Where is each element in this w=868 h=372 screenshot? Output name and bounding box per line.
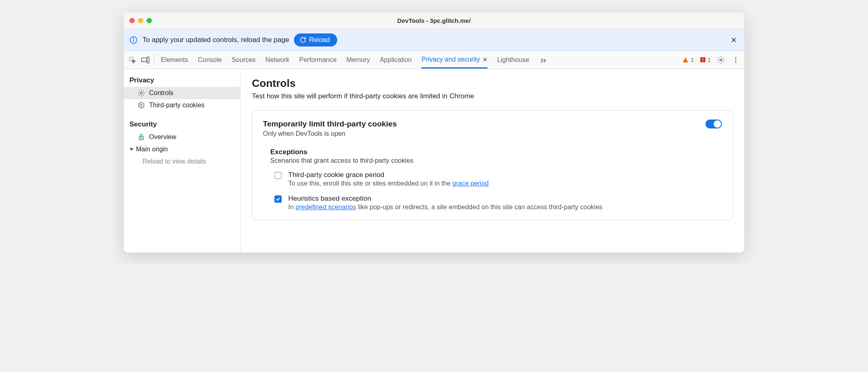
- exception-item-description: In predefined scenarios like pop-ups or …: [288, 204, 602, 211]
- maximize-window-button[interactable]: [147, 18, 152, 23]
- sidebar-item-label: Third-party cookies: [149, 102, 205, 109]
- svg-point-15: [140, 92, 142, 94]
- error-icon: [700, 57, 706, 63]
- svg-rect-7: [147, 57, 149, 63]
- reload-button[interactable]: Reload: [294, 33, 337, 46]
- limit-cookies-toggle[interactable]: [706, 120, 722, 128]
- svg-point-14: [735, 61, 737, 62]
- inspect-element-icon[interactable]: [128, 55, 137, 64]
- tab-privacy-and-security[interactable]: Privacy and security ✕: [421, 52, 487, 69]
- sidebar: Privacy Controls Third-party cookies Sec…: [124, 69, 240, 252]
- tab-memory[interactable]: Memory: [346, 52, 370, 68]
- sidebar-item-overview[interactable]: Overview: [124, 131, 240, 143]
- warning-icon: [682, 57, 689, 63]
- errors-indicator[interactable]: 1: [700, 56, 711, 63]
- info-banner-text: To apply your updated controls, reload t…: [142, 36, 289, 44]
- warnings-count: 1: [690, 56, 694, 63]
- main-content: Controls Test how this site will perform…: [240, 69, 744, 252]
- reload-icon: [300, 37, 306, 43]
- cookie-icon: [138, 102, 145, 109]
- svg-point-21: [141, 138, 142, 139]
- exception-heuristics: Heuristics based exception In predefined…: [270, 195, 722, 211]
- controls-card: Temporarily limit third-party cookies On…: [252, 110, 733, 220]
- tab-application[interactable]: Application: [380, 52, 412, 68]
- svg-point-2: [133, 38, 134, 39]
- device-toolbar-icon[interactable]: [141, 55, 150, 64]
- svg-point-16: [138, 102, 144, 108]
- more-tabs-icon[interactable]: [539, 55, 548, 64]
- text-suffix: like pop-ups or redirects, a site embedd…: [356, 204, 602, 210]
- close-tab-icon[interactable]: ✕: [482, 56, 487, 63]
- sidebar-subtext-reload: Reload to view details: [124, 155, 240, 168]
- exception-grace-period: Third-party cookie grace period To use t…: [270, 171, 722, 187]
- page-title: Controls: [252, 77, 733, 90]
- text-prefix: To use this, enroll this site or sites e…: [288, 180, 452, 187]
- card-title: Temporarily limit third-party cookies: [263, 120, 397, 128]
- tab-label: Privacy and security: [421, 56, 480, 63]
- tab-elements[interactable]: Elements: [161, 52, 188, 68]
- svg-rect-6: [142, 58, 147, 62]
- close-banner-button[interactable]: [729, 35, 739, 45]
- exception-item-description: To use this, enroll this site or sites e…: [288, 180, 489, 187]
- svg-point-18: [142, 105, 142, 106]
- window-controls: [129, 18, 152, 23]
- panel-body: Privacy Controls Third-party cookies Sec…: [124, 69, 744, 252]
- svg-point-11: [720, 59, 722, 61]
- errors-count: 1: [708, 56, 711, 63]
- svg-point-13: [735, 59, 737, 60]
- minimize-window-button[interactable]: [138, 18, 143, 23]
- exceptions-title: Exceptions: [270, 148, 722, 156]
- sidebar-heading-security: Security: [124, 117, 240, 131]
- info-icon: [129, 36, 138, 44]
- svg-point-17: [140, 104, 141, 105]
- warnings-indicator[interactable]: 1: [682, 56, 694, 63]
- exception-item-title: Third-party cookie grace period: [288, 171, 489, 179]
- tabbar: Elements Console Sources Network Perform…: [124, 51, 744, 69]
- text-prefix: In: [288, 204, 296, 210]
- sidebar-item-third-party-cookies[interactable]: Third-party cookies: [124, 99, 240, 111]
- svg-point-19: [140, 106, 141, 107]
- titlebar: DevTools - 3pc.glitch.me/: [124, 12, 744, 29]
- window-title: DevTools - 3pc.glitch.me/: [124, 17, 744, 24]
- sidebar-item-controls[interactable]: Controls: [124, 87, 240, 99]
- info-banner: To apply your updated controls, reload t…: [124, 29, 744, 51]
- tab-console[interactable]: Console: [198, 52, 222, 68]
- card-subtitle: Only when DevTools is open: [263, 130, 397, 137]
- exceptions-section: Exceptions Scenarios that grant access t…: [263, 148, 722, 211]
- grace-period-checkbox[interactable]: [274, 172, 282, 179]
- more-options-icon[interactable]: [731, 55, 740, 64]
- predefined-scenarios-link[interactable]: predefined scenarios: [296, 204, 356, 210]
- lock-icon: [138, 133, 145, 141]
- exception-item-title: Heuristics based exception: [288, 195, 602, 203]
- sidebar-heading-privacy: Privacy: [124, 73, 240, 87]
- heuristics-checkbox[interactable]: [274, 195, 282, 203]
- tab-lighthouse[interactable]: Lighthouse: [497, 52, 529, 68]
- grace-period-link[interactable]: grace period: [452, 180, 489, 187]
- close-window-button[interactable]: [129, 18, 135, 23]
- sidebar-tree-main-origin[interactable]: Main origin: [124, 143, 240, 155]
- reload-button-label: Reload: [309, 36, 330, 44]
- gear-icon: [138, 89, 145, 97]
- panel-tabs: Elements Console Sources Network Perform…: [155, 52, 548, 68]
- devtools-window: DevTools - 3pc.glitch.me/ To apply your …: [124, 12, 744, 252]
- sidebar-item-label: Overview: [149, 133, 176, 141]
- sidebar-tree-label: Main origin: [136, 146, 168, 153]
- page-subtitle: Test how this site will perform if third…: [252, 92, 733, 100]
- svg-point-10: [702, 61, 703, 62]
- tab-sources[interactable]: Sources: [231, 52, 256, 68]
- tab-performance[interactable]: Performance: [299, 52, 337, 68]
- svg-point-12: [735, 57, 737, 58]
- triangle-down-icon: [129, 148, 134, 151]
- exceptions-subtitle: Scenarios that grant access to third-par…: [270, 157, 722, 164]
- settings-icon[interactable]: [717, 55, 726, 64]
- sidebar-item-label: Controls: [149, 89, 174, 97]
- tab-network[interactable]: Network: [265, 52, 289, 68]
